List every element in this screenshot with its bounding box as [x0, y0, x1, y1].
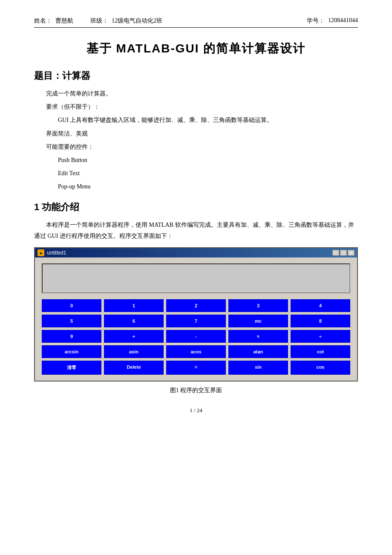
btn-divide[interactable]: ÷	[291, 330, 350, 343]
topic-line-4: 界面简洁、美观	[34, 128, 358, 139]
name-label: 姓名：	[34, 17, 52, 25]
matlab-window: ▲ untitled1 — □ ✕	[34, 247, 358, 382]
header-class: 班级： 12级电气自动化2班	[90, 17, 162, 25]
btn-multiply[interactable]: ×	[228, 330, 288, 343]
id-label: 学号：	[307, 17, 325, 25]
btn-1[interactable]: 1	[104, 299, 164, 312]
section1-paragraph: 本程序是一个简单的计算器程序，使用 MATLAB 软件编写完成。主要具有加、减、…	[34, 220, 358, 242]
section1-heading: 1 功能介绍	[34, 201, 358, 214]
btn-7[interactable]: 7	[166, 315, 226, 327]
btn-cot[interactable]: cot	[291, 345, 350, 358]
btn-acos[interactable]: acos	[166, 345, 226, 358]
page: 姓名： 曹慈航 班级： 12级电气自动化2班 学号： 1208441044 基于…	[0, 0, 392, 555]
close-button[interactable]: ✕	[348, 250, 355, 256]
matlab-window-title: untitled1	[47, 250, 66, 256]
btn-2[interactable]: 2	[166, 299, 226, 312]
calculator-buttons: 0 1 2 3 4 5 6 7 mc 8 9 + - × ÷	[42, 299, 350, 375]
header: 姓名： 曹慈航 班级： 12级电气自动化2班 学号： 1208441044	[34, 17, 358, 28]
topic-push-button: Push Button	[34, 155, 358, 165]
figure-caption: 图1 程序的交互界面	[34, 387, 358, 394]
btn-minus[interactable]: -	[166, 330, 226, 343]
btn-5[interactable]: 5	[42, 315, 101, 327]
btn-0[interactable]: 0	[42, 299, 101, 312]
titlebar-controls: — □ ✕	[332, 250, 355, 256]
btn-equals[interactable]: =	[166, 361, 226, 375]
btn-6[interactable]: 6	[104, 315, 164, 327]
btn-atan[interactable]: atan	[228, 345, 288, 358]
btn-4[interactable]: 4	[291, 299, 350, 312]
btn-9[interactable]: 9	[42, 330, 101, 343]
id-value: 1208441044	[328, 17, 358, 25]
btn-asin[interactable]: asin	[104, 345, 164, 358]
maximize-button[interactable]: □	[340, 250, 347, 256]
btn-clear[interactable]: 清零	[42, 361, 101, 375]
btn-cos[interactable]: cos	[291, 361, 350, 375]
topic-line-1: 完成一个简单的计算器。	[34, 88, 358, 99]
btn-3[interactable]: 3	[228, 299, 288, 312]
titlebar-left: ▲ untitled1	[37, 249, 66, 256]
matlab-content: 0 1 2 3 4 5 6 7 mc 8 9 + - × ÷	[35, 257, 357, 381]
topic-line-2: 要求（但不限于）：	[34, 101, 358, 112]
class-value: 12级电气自动化2班	[112, 17, 162, 25]
page-number: 1 / 24	[34, 407, 358, 414]
main-title: 基于 MATLAB-GUI 的简单计算器设计	[34, 40, 358, 57]
header-name: 姓名： 曹慈航	[34, 17, 73, 25]
matlab-titlebar: ▲ untitled1 — □ ✕	[35, 248, 357, 257]
btn-plus[interactable]: +	[104, 330, 164, 343]
display-area	[42, 263, 350, 293]
section1: 1 功能介绍 本程序是一个简单的计算器程序，使用 MATLAB 软件编写完成。主…	[34, 201, 358, 394]
minimize-button[interactable]: —	[332, 250, 339, 256]
btn-sin[interactable]: sin	[228, 361, 288, 375]
name-value: 曹慈航	[55, 17, 73, 25]
btn-arcsin[interactable]: arcsin	[42, 345, 101, 358]
header-left: 姓名： 曹慈航 班级： 12级电气自动化2班	[34, 17, 162, 25]
btn-delete[interactable]: Delete	[104, 361, 164, 375]
topic-popup-menu: Pop-up Menu	[34, 181, 358, 192]
btn-mc[interactable]: mc	[228, 315, 288, 327]
class-label: 班级：	[90, 17, 108, 25]
header-id: 学号： 1208441044	[307, 17, 358, 25]
topic-section: 题目：计算器 完成一个简单的计算器。 要求（但不限于）： GUI 上具有数字键盘…	[34, 69, 358, 192]
topic-line-5: 可能需要的控件：	[34, 142, 358, 152]
topic-edit-text: Edit Text	[34, 168, 358, 179]
matlab-icon: ▲	[37, 249, 44, 256]
topic-heading: 题目：计算器	[34, 69, 358, 82]
btn-8[interactable]: 8	[291, 315, 350, 327]
topic-line-3: GUI 上具有数字键盘输入区域，能够进行加、减、乘、除、三角函数等基础运算。	[34, 115, 358, 125]
